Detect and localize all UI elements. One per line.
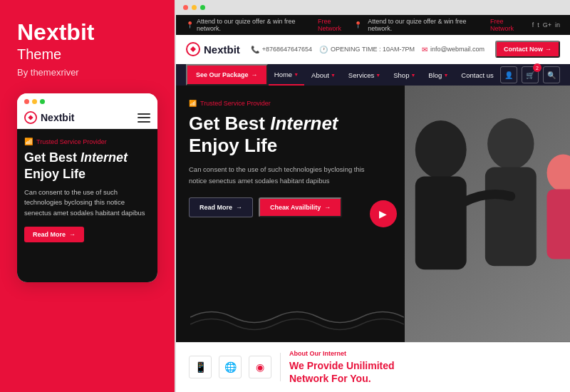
wifi-icon2: 📶	[189, 100, 197, 107]
instagram-icon[interactable]: in	[555, 21, 560, 29]
separator	[280, 353, 281, 381]
desktop-nav: Nextbit 📞 +8768647647654 🕐 OPENING TIME …	[176, 35, 570, 64]
play-button[interactable]: ▶	[370, 200, 397, 227]
nav-link-shop[interactable]: Shop▼	[388, 66, 421, 85]
twitter-icon[interactable]: t	[537, 21, 539, 29]
brand-title: Nextbit	[17, 20, 157, 45]
nav-opening: 🕐 OPENING TIME : 10AM-7PM	[319, 46, 415, 53]
nav-link-blog[interactable]: Blog▼	[423, 66, 454, 85]
clock-icon: 🕐	[319, 46, 328, 53]
desktop-frame: 📍 Attend to our quize offer & win free n…	[176, 15, 570, 392]
googleplus-icon[interactable]: G+	[543, 21, 551, 29]
nav-actions: 👤 🛒 2 🔍	[500, 66, 560, 83]
wifi-bottom-icon: ◉	[249, 356, 271, 378]
desktop-read-more-button[interactable]: Read More →	[189, 197, 253, 217]
chevron-about: ▼	[331, 73, 336, 78]
about-heading: We Provide Unilimited Network For You.	[289, 359, 557, 385]
mobile-preview-card: Nextbit 📶 Trusted Service Provider Get B…	[17, 93, 157, 282]
chevron-home: ▼	[294, 72, 299, 77]
nav-info: 📞 +8768647647654 🕐 OPENING TIME : 10AM-7…	[251, 46, 484, 53]
desktop-dot-red	[183, 5, 188, 10]
announce-location-icon: 📍	[186, 21, 194, 29]
announce-location-icon2: 📍	[354, 21, 362, 29]
nav-link-contact[interactable]: Contact us	[455, 66, 499, 85]
arrow-right-icon: →	[69, 231, 76, 238]
announce-link2[interactable]: Free Network	[490, 18, 527, 32]
nav-phone: 📞 +8768647647654	[251, 46, 312, 53]
about-label: About Our Internet	[289, 350, 557, 357]
announce-left: 📍 Attend to our quize offer & win free n…	[186, 18, 354, 32]
hero-wave-pattern	[190, 299, 404, 335]
arrow-right-icon2: →	[324, 204, 331, 211]
desktop-dot-green	[200, 5, 205, 10]
email-icon: ✉	[422, 46, 428, 53]
nav-links: Home▼ About▼ Services▼ Shop▼ Blog▼ Conta…	[269, 65, 499, 86]
nav-menu-bar: See Our Package → Home▼ About▼ Services▼…	[176, 64, 570, 86]
mobile-logo-icon	[24, 111, 37, 124]
desktop-dot-yellow	[192, 5, 197, 10]
check-availability-button[interactable]: Cheак Availbility →	[259, 197, 342, 217]
chevron-services: ▼	[375, 73, 380, 78]
right-panel: 📍 Attend to our quize offer & win free n…	[175, 0, 570, 392]
desktop-browser-bar	[176, 0, 570, 15]
mobile-nav: Nextbit	[17, 107, 157, 129]
dot-green	[40, 99, 45, 104]
svg-rect-4	[415, 177, 467, 270]
mobile-hero-desc: Can consent to the use of such technolog…	[24, 187, 150, 218]
announce-link[interactable]: Free Network	[318, 18, 354, 32]
mobile-trusted-badge: 📶 Trusted Service Provider	[24, 138, 150, 145]
brand-subtitle: Theme	[17, 46, 157, 63]
announcement-bar: 📍 Attend to our quize offer & win free n…	[176, 15, 570, 35]
cart-icon[interactable]: 🛒 2	[522, 66, 539, 83]
mobile-hero: 📶 Trusted Service Provider Get Best Inte…	[17, 129, 157, 282]
arrow-right-icon: →	[252, 71, 258, 78]
phone-icon: 📞	[251, 46, 259, 53]
bottom-icons: 📱 🌐 ◉	[189, 356, 271, 378]
smartphone-icon: 📱	[189, 356, 212, 378]
bottom-text: About Our Internet We Provide Unilimited…	[289, 350, 557, 385]
chevron-blog: ▼	[443, 73, 448, 78]
desktop-trusted-badge: 📶 Trusted Service Provider	[189, 100, 557, 107]
globe-icon: 🌐	[219, 356, 242, 378]
announce-right: 📍 Attend to our quize offer & win free n…	[354, 18, 560, 32]
hamburger-icon[interactable]	[138, 113, 150, 123]
facebook-icon[interactable]: f	[532, 21, 534, 29]
arrow-right-icon: →	[236, 204, 242, 211]
nav-link-about[interactable]: About▼	[306, 66, 341, 85]
contact-now-button[interactable]: Contact Now →	[495, 41, 560, 58]
desktop-logo-icon	[186, 42, 200, 56]
see-package-button[interactable]: See Our Package →	[186, 64, 268, 86]
dot-red	[24, 99, 29, 104]
desktop-logo: Nextbit	[186, 42, 240, 56]
mobile-read-more-button[interactable]: Read More →	[24, 227, 84, 242]
dot-yellow	[32, 99, 37, 104]
nav-link-services[interactable]: Services▼	[343, 66, 386, 85]
arrow-icon: →	[545, 46, 551, 53]
wifi-icon: 📶	[24, 138, 33, 145]
desktop-hero-desc: Can consent to the use of such technolog…	[189, 164, 380, 185]
chevron-shop: ▼	[410, 73, 415, 78]
mobile-browser-bar	[17, 93, 157, 107]
mobile-hero-heading: Get Best Internet Enjoy Life	[24, 150, 150, 182]
nav-link-home[interactable]: Home▼	[269, 65, 304, 86]
social-icons: f t G+ in	[532, 21, 560, 29]
desktop-hero: 📶 Trusted Service Provider Get Best Inte…	[176, 86, 570, 342]
search-icon[interactable]: 🔍	[543, 66, 560, 83]
user-icon[interactable]: 👤	[500, 66, 517, 83]
mobile-logo: Nextbit	[24, 111, 74, 124]
brand-by: By themexriver	[17, 67, 157, 78]
cart-badge: 2	[533, 63, 542, 72]
left-panel: Nextbit Theme By themexriver Nextbit	[0, 0, 175, 392]
desktop-hero-heading: Get Best Internet Enjoy Life	[189, 113, 557, 157]
desktop-bottom-section: 📱 🌐 ◉ About Our Internet We Provide Unil…	[176, 342, 570, 392]
nav-email: ✉ info@webmail.com	[422, 46, 484, 53]
